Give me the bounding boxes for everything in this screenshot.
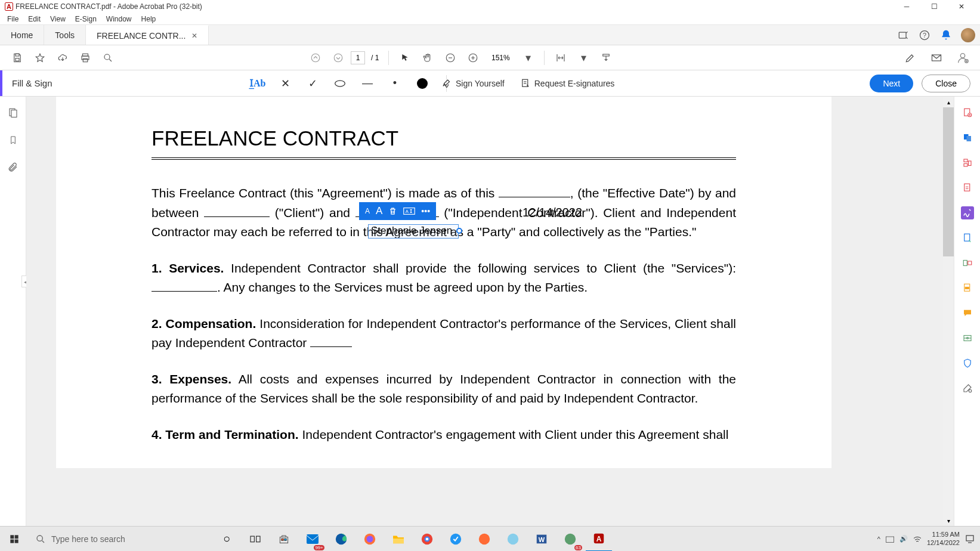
close-tab-icon[interactable]: ✕	[191, 32, 197, 40]
increase-font-icon[interactable]: A	[376, 205, 382, 217]
field-resize-handle[interactable]	[456, 228, 462, 234]
page-up-icon[interactable]	[305, 48, 326, 68]
more-tools-icon[interactable]	[961, 382, 974, 395]
page-number-input[interactable]: 1	[351, 51, 365, 64]
redact-icon[interactable]	[961, 281, 974, 295]
svg-rect-28	[964, 164, 967, 167]
sign-tool-icon[interactable]	[961, 206, 974, 219]
field-type-icon[interactable]: A	[403, 207, 415, 215]
close-window-button[interactable]: ✕	[948, 0, 975, 13]
decrease-font-icon[interactable]: A	[365, 207, 370, 215]
cortana-icon[interactable]: ○	[214, 527, 240, 552]
star-icon[interactable]	[30, 48, 50, 68]
pointer-icon[interactable]	[395, 48, 415, 68]
close-button[interactable]: Close	[922, 75, 970, 92]
next-button[interactable]: Next	[870, 75, 913, 92]
dot-tool-icon[interactable]: •	[388, 76, 402, 91]
date-field[interactable]: 12/14/2022	[523, 206, 582, 219]
app-icon-orange[interactable]	[471, 527, 497, 552]
edit-pdf-icon[interactable]	[961, 156, 974, 169]
tab-home[interactable]: Home	[0, 25, 44, 45]
attachment-icon[interactable]	[7, 161, 20, 174]
contractor-name-field[interactable]: Stephanie Jensen	[368, 224, 459, 239]
vertical-scrollbar[interactable]: ▴ ▾	[943, 97, 954, 526]
chrome-icon[interactable]	[414, 527, 440, 552]
minimize-button[interactable]: ─	[893, 0, 920, 13]
avatar[interactable]	[961, 28, 975, 42]
word-icon[interactable]: W	[528, 527, 555, 552]
bookmark-icon[interactable]	[7, 134, 20, 147]
x-mark-tool-icon[interactable]: ✕	[278, 76, 292, 91]
text-tool-icon[interactable]: I̲Ab	[251, 76, 265, 91]
create-pdf-icon[interactable]	[961, 106, 974, 119]
menu-esign[interactable]: E-Sign	[70, 15, 101, 23]
acrobat-icon[interactable]: A	[586, 527, 612, 552]
fit-width-icon[interactable]	[551, 48, 571, 68]
menu-edit[interactable]: Edit	[23, 15, 45, 23]
menu-view[interactable]: View	[45, 15, 70, 23]
combine-icon[interactable]	[961, 131, 974, 144]
tab-document[interactable]: FREELANCE CONTR... ✕	[86, 25, 209, 45]
tray-chevron-icon[interactable]: ^	[877, 535, 880, 543]
more-options-icon[interactable]: •••	[421, 206, 430, 216]
line-tool-icon[interactable]: —	[360, 76, 375, 91]
store-icon[interactable]	[271, 527, 297, 552]
fit-dropdown-icon[interactable]: ▾	[573, 48, 593, 68]
taskbar-clock[interactable]: 11:59 AM 12/14/2022	[927, 531, 960, 546]
app-icon-sky[interactable]	[500, 527, 526, 552]
task-view-icon[interactable]	[242, 527, 268, 552]
start-button[interactable]	[0, 527, 29, 551]
save-icon[interactable]	[7, 48, 27, 68]
protect-icon[interactable]	[961, 357, 974, 370]
tray-volume-icon[interactable]: 🔊	[899, 535, 908, 543]
comment-icon[interactable]	[961, 307, 974, 320]
edge-icon[interactable]	[328, 527, 354, 552]
zoom-value[interactable]: 151%	[486, 51, 515, 64]
menu-window[interactable]: Window	[101, 15, 137, 23]
zoom-dropdown-icon[interactable]: ▾	[518, 48, 538, 68]
document-view[interactable]: FREELANCE CONTRACT This Freelance Contra…	[26, 97, 954, 526]
thumbnails-icon[interactable]	[7, 106, 20, 119]
svg-rect-20	[11, 110, 17, 117]
menu-file[interactable]: File	[2, 15, 23, 23]
cloud-icon[interactable]	[52, 48, 73, 68]
help-icon[interactable]: ?	[918, 29, 931, 42]
megaphone-icon[interactable]	[896, 29, 910, 42]
circle-tool-icon[interactable]	[333, 76, 347, 91]
explorer-icon[interactable]	[385, 527, 412, 552]
zoom-out-icon[interactable]	[440, 48, 460, 68]
delete-field-icon[interactable]	[388, 206, 397, 216]
print-icon[interactable]	[75, 48, 95, 68]
color-picker-icon[interactable]	[415, 76, 429, 91]
scroll-down-icon[interactable]: ▾	[943, 515, 954, 526]
notifications-icon[interactable]	[964, 534, 975, 544]
pen-icon[interactable]	[900, 48, 920, 68]
scroll-up-icon[interactable]: ▴	[943, 97, 954, 107]
taskbar-search[interactable]: Type here to search	[29, 534, 208, 544]
check-tool-icon[interactable]: ✓	[305, 76, 320, 91]
zoom-in-icon[interactable]	[463, 48, 483, 68]
scroll-thumb[interactable]	[943, 107, 954, 256]
firefox-icon[interactable]	[357, 527, 383, 552]
sign-yourself-button[interactable]: Sign Yourself	[441, 78, 505, 89]
share-icon[interactable]	[953, 48, 973, 68]
read-mode-icon[interactable]	[596, 48, 616, 68]
export-pdf-icon[interactable]	[961, 181, 974, 194]
bell-icon[interactable]	[939, 29, 953, 42]
page-down-icon[interactable]	[328, 48, 348, 68]
compress-icon[interactable]	[961, 256, 974, 270]
maximize-button[interactable]: ☐	[920, 0, 948, 13]
mail-icon[interactable]	[926, 48, 947, 68]
scan-icon[interactable]	[961, 332, 974, 345]
search-icon[interactable]	[98, 48, 118, 68]
request-signatures-button[interactable]: Request E-signatures	[520, 78, 615, 89]
organize-icon[interactable]	[961, 231, 974, 244]
menu-help[interactable]: Help	[137, 15, 161, 23]
app-icon-blue[interactable]	[443, 527, 469, 552]
app-icon-globe[interactable]: 63	[557, 527, 583, 552]
mail-app-icon[interactable]: 99+	[299, 527, 326, 552]
hand-icon[interactable]	[418, 48, 438, 68]
tray-keyboard-icon[interactable]	[885, 535, 895, 543]
tray-wifi-icon[interactable]	[913, 535, 922, 543]
tab-tools[interactable]: Tools	[44, 25, 86, 45]
